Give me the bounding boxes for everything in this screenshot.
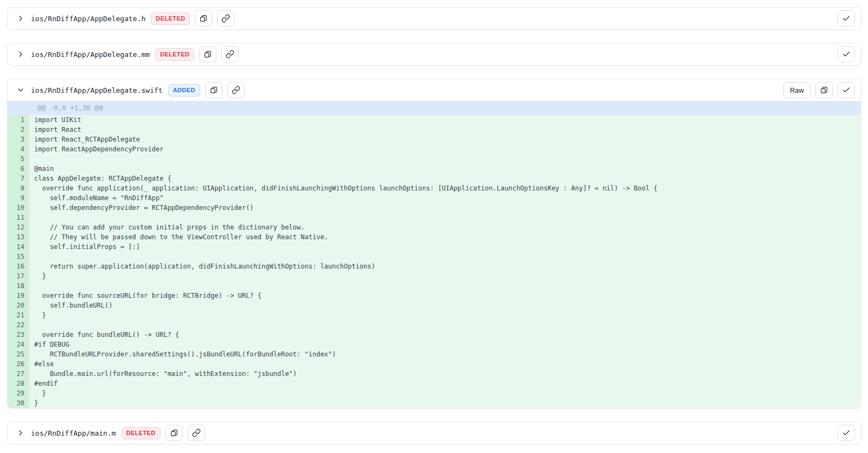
diff-body: @@ -0,0 +1,30 @@ 1 import UIKit 2 import… [8,101,860,408]
line-number: 1 [8,115,29,125]
file-status-badge: DELETED [122,427,161,439]
line-text: // You can add your custom initial props… [29,222,860,232]
line-text [29,154,860,164]
check-icon [842,14,851,23]
line-number: 18 [8,281,29,291]
file-status-badge: DELETED [155,48,194,61]
link-icon [232,86,240,94]
line-text: #endif [29,379,860,388]
chevron-right-icon[interactable] [15,13,26,24]
line-text [29,213,860,222]
link-button[interactable] [227,82,245,98]
code-line: 30 } [8,398,860,408]
line-number: 23 [8,330,29,340]
copy-icon [209,86,218,94]
mark-complete-button[interactable] [838,425,855,441]
code-line: 4 import ReactAppDependencyProvider [8,144,860,154]
line-text: } [29,271,860,281]
line-text: Bundle.main.url(forResource: "main", wit… [29,369,860,379]
link-button[interactable] [188,425,205,441]
link-icon [226,50,234,59]
line-text: self.dependencyProvider = RCTAppDependen… [29,203,860,213]
file-path: ios/RnDiffApp/AppDelegate.mm [31,50,150,59]
line-number: 4 [8,144,29,154]
check-icon [842,429,851,437]
code-line: 18 [8,281,860,291]
code-line: 26 #else [8,359,860,369]
line-text: } [29,398,860,408]
line-number: 24 [8,340,29,349]
line-text: RCTBundleURLProvider.sharedSettings().js… [29,349,860,359]
line-number: 5 [8,154,29,164]
link-button[interactable] [217,10,234,27]
copy-path-button[interactable] [165,425,183,441]
line-text [29,281,860,291]
code-line: 7 class AppDelegate: RCTAppDelegate { [8,174,860,183]
file-card: ios/RnDiffApp/AppDelegate.h DELETED [7,7,861,30]
line-number: 6 [8,164,29,174]
line-number: 19 [8,291,29,301]
file-card: ios/RnDiffApp/AppDelegate.mm DELETED [7,43,861,66]
line-text [29,252,860,261]
code-line: 14 self.initialProps = [:] [8,242,860,252]
code-line: 20 self.bundleURL() [8,301,860,310]
code-line: 22 [8,320,860,330]
file-status-badge: ADDED [168,84,200,97]
mark-complete-button[interactable] [838,82,855,98]
link-button[interactable] [221,46,239,62]
line-number: 3 [8,135,29,144]
file-header: ios/RnDiffApp/AppDelegate.swift ADDED Ra… [8,79,860,101]
copy-path-button[interactable] [199,46,216,62]
line-number: 10 [8,203,29,213]
file-path: ios/RnDiffApp/AppDelegate.h [31,15,145,23]
mark-complete-button[interactable] [838,46,855,62]
file-card: ios/RnDiffApp/main.m DELETED [7,422,861,444]
code-line: 5 [8,154,860,164]
file-header: ios/RnDiffApp/main.m DELETED [8,422,860,444]
line-number: 7 [8,174,29,183]
chevron-right-icon[interactable] [15,428,26,438]
mark-complete-button[interactable] [838,10,855,27]
code-line: 2 import React [8,125,860,135]
file-status-badge: DELETED [151,12,190,25]
copy-icon [199,14,208,23]
code-line: 1 import UIKit [8,115,860,125]
raw-button[interactable]: Raw [783,82,810,98]
line-number: 30 [8,398,29,408]
copy-icon [203,50,212,59]
hunk-header: @@ -0,0 +1,30 @@ [8,101,860,115]
code-line: 11 [8,213,860,222]
check-icon [842,86,851,94]
line-number: 29 [8,388,29,398]
copy-icon [820,86,828,94]
line-text: override func application(_ application:… [29,183,860,193]
file-header: ios/RnDiffApp/AppDelegate.mm DELETED [8,43,860,65]
check-icon [842,50,851,59]
line-number: 12 [8,222,29,232]
line-number: 25 [8,349,29,359]
copy-path-button[interactable] [195,10,212,27]
line-text: // They will be passed down to the ViewC… [29,232,860,242]
code-line: 25 RCTBundleURLProvider.sharedSettings()… [8,349,860,359]
chevron-right-icon[interactable] [15,49,26,60]
code-line: 29 } [8,388,860,398]
copy-content-button[interactable] [815,82,833,98]
link-icon [221,14,230,23]
code-line: 16 return super.application(application,… [8,261,860,271]
line-text: self.bundleURL() [29,301,860,310]
line-number: 22 [8,320,29,330]
diff-file-list: ios/RnDiffApp/AppDelegate.h DELETED [0,0,868,444]
code-line: 15 [8,252,860,261]
line-number: 26 [8,359,29,369]
copy-path-button[interactable] [205,82,222,98]
line-text: class AppDelegate: RCTAppDelegate { [29,174,860,183]
code-line: 13 // They will be passed down to the Vi… [8,232,860,242]
line-text: #else [29,359,860,369]
file-header: ios/RnDiffApp/AppDelegate.h DELETED [8,8,860,29]
line-text: import React [29,125,860,135]
line-number: 15 [8,252,29,261]
line-text: return super.application(application, di… [29,261,860,271]
file-card: ios/RnDiffApp/AppDelegate.swift ADDED Ra… [7,79,861,409]
chevron-down-icon[interactable] [15,85,26,95]
line-text: } [29,388,860,398]
